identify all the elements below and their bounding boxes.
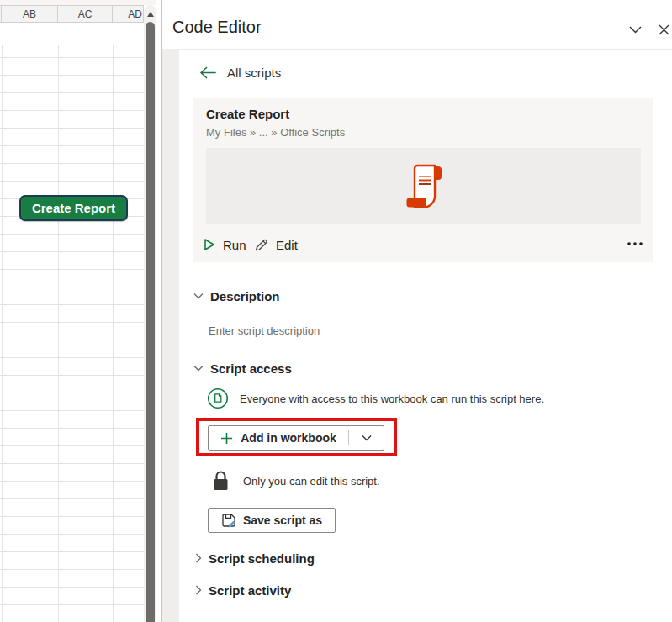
lock-icon [212,470,230,493]
column-header-ad[interactable]: AD [113,6,144,22]
sheet-grid[interactable] [0,23,144,622]
add-in-workbook-label: Add in workbook [241,431,336,445]
add-in-workbook-button[interactable]: Add in workbook [208,425,384,451]
collapse-panel-button[interactable] [626,20,644,39]
column-header-row: AB AC AD [0,5,144,23]
edit-label: Edit [276,238,298,252]
back-arrow-icon [199,66,216,79]
script-activity-section-header[interactable]: Script activity [195,582,291,598]
gridline [2,45,3,622]
back-label: All scripts [227,66,281,80]
excel-window: AB AC AD Create Report Code Editor All s… [0,0,672,622]
pane-scroll-gutter [162,49,179,622]
column-header-ab[interactable]: AB [2,6,58,22]
plus-icon [220,432,233,445]
column-header-ac[interactable]: AC [58,6,113,22]
script-access-label: Script access [210,361,292,376]
chevron-down-icon [629,26,642,34]
breadcrumb: My Files » ... » Office Scripts [206,126,345,139]
chevron-down-icon [362,435,372,441]
panel-title: Code Editor [172,18,262,37]
gridline [58,45,59,622]
sheet-vertical-scrollbar[interactable] [144,5,156,622]
description-input[interactable]: Enter script description [209,324,320,337]
share-status-row: Everyone with access to this workbook ca… [207,387,544,409]
script-access-section-header[interactable]: Script access [193,360,292,377]
more-options-button[interactable] [623,236,647,251]
script-name: Create Report [206,107,289,121]
run-label: Run [223,238,246,252]
scrollbar-thumb[interactable] [146,22,155,622]
edit-button[interactable]: Edit [254,235,298,255]
title-divider [179,49,672,50]
edit-permission-row: Only you can edit this script. [212,470,380,493]
scroll-up-icon[interactable] [147,12,154,17]
play-icon [204,238,215,251]
edit-permission-text: Only you can edit this script. [243,475,380,488]
back-to-all-scripts-button[interactable]: All scripts [199,62,281,82]
more-icon [627,242,643,245]
description-section-header[interactable]: Description [193,287,280,304]
script-activity-label: Script activity [209,583,291,598]
add-in-workbook-dropdown[interactable] [349,426,384,450]
script-preview [206,148,641,224]
run-button[interactable]: Run [204,235,246,255]
sheet-create-report-button[interactable]: Create Report [19,195,128,221]
save-edit-icon [221,513,236,528]
pencil-icon [254,238,268,252]
save-script-as-label: Save script as [243,514,322,527]
office-scripts-scroll-icon [405,164,443,209]
chevron-right-icon [195,585,202,595]
share-status-text: Everyone with access to this workbook ca… [240,393,544,405]
description-label: Description [210,289,280,303]
chevron-down-icon [193,293,204,299]
close-panel-button[interactable] [654,20,672,39]
close-icon [659,24,669,35]
script-scheduling-label: Script scheduling [209,551,315,566]
add-in-workbook-primary[interactable]: Add in workbook [209,426,348,450]
chevron-down-icon [193,365,204,372]
save-script-as-button[interactable]: Save script as [208,508,336,533]
shared-script-icon [207,387,229,409]
gridline [113,45,114,622]
script-scheduling-section-header[interactable]: Script scheduling [195,550,315,567]
chevron-right-icon [195,553,202,563]
